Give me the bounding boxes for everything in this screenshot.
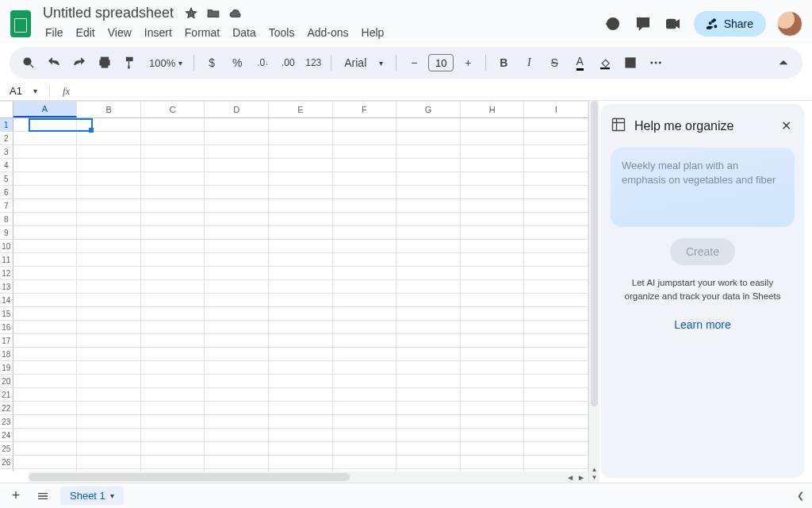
cell[interactable] [269, 145, 333, 159]
scroll-right-icon[interactable]: ► [577, 473, 585, 482]
cell[interactable] [461, 429, 525, 442]
cell[interactable] [269, 402, 333, 415]
row-header[interactable]: 3 [0, 145, 13, 159]
sheet-tab-active[interactable]: Sheet 1 ▾ [60, 487, 124, 505]
column-header[interactable]: D [205, 102, 269, 117]
cell[interactable] [141, 213, 205, 226]
cell[interactable] [269, 294, 333, 307]
cell[interactable] [77, 429, 141, 442]
cell[interactable] [333, 280, 397, 294]
cell[interactable] [141, 415, 205, 429]
cell[interactable] [396, 307, 461, 321]
cell[interactable] [77, 294, 141, 307]
cell[interactable] [396, 442, 461, 456]
row-header[interactable]: 21 [0, 388, 13, 402]
meet-icon[interactable] [664, 14, 683, 33]
cell[interactable] [205, 442, 269, 456]
cell[interactable] [396, 334, 461, 348]
cell[interactable] [141, 307, 205, 321]
cell[interactable] [269, 226, 333, 240]
row-header[interactable]: 6 [0, 186, 13, 199]
menu-edit[interactable]: Edit [71, 23, 101, 42]
cell[interactable] [269, 213, 333, 226]
cell[interactable] [524, 132, 588, 145]
cell[interactable] [524, 267, 588, 280]
cell[interactable] [205, 199, 269, 213]
cell[interactable] [141, 334, 205, 348]
cell[interactable] [461, 226, 525, 240]
row-header[interactable]: 2 [0, 132, 13, 145]
cell[interactable] [461, 280, 525, 294]
cell[interactable] [461, 253, 525, 267]
menu-tools[interactable]: Tools [263, 23, 301, 42]
cell[interactable] [333, 267, 397, 280]
cell[interactable] [396, 132, 461, 145]
cell[interactable] [396, 267, 461, 280]
cell[interactable] [205, 388, 269, 402]
column-header[interactable]: A [13, 102, 78, 117]
cell[interactable] [524, 334, 588, 348]
cell[interactable] [269, 172, 333, 186]
column-header[interactable]: F [333, 102, 397, 117]
cell[interactable] [396, 456, 461, 469]
ai-prompt-input[interactable]: Weekly meal plan with an emphasis on veg… [611, 148, 795, 227]
cell[interactable] [205, 213, 269, 226]
cell[interactable] [396, 415, 461, 429]
cell[interactable] [333, 199, 397, 213]
cell[interactable] [141, 348, 205, 361]
menu-insert[interactable]: Insert [139, 23, 178, 42]
cell[interactable] [269, 253, 333, 267]
cell[interactable] [77, 442, 141, 456]
learn-more-link[interactable]: Learn more [611, 318, 795, 331]
cell[interactable] [269, 118, 333, 132]
cell[interactable] [461, 361, 525, 375]
cell[interactable] [141, 388, 205, 402]
cell[interactable] [141, 280, 205, 294]
row-header[interactable]: 24 [0, 429, 13, 442]
horizontal-scrollbar[interactable] [29, 471, 563, 483]
column-header[interactable]: G [396, 102, 461, 117]
row-header[interactable]: 13 [0, 280, 13, 294]
cell[interactable] [524, 118, 588, 132]
column-header[interactable]: I [524, 102, 588, 117]
cell[interactable] [461, 321, 525, 334]
vertical-scrollbar[interactable]: ▲▼ [588, 101, 599, 483]
star-icon[interactable] [183, 6, 199, 21]
cell[interactable] [396, 294, 461, 307]
cell[interactable] [205, 361, 269, 375]
row-header[interactable]: 22 [0, 402, 13, 415]
cell[interactable] [205, 159, 269, 172]
cell[interactable] [13, 159, 78, 172]
row-header[interactable]: 26 [0, 456, 13, 469]
cell[interactable] [269, 240, 333, 253]
cell[interactable] [524, 402, 588, 415]
cell[interactable] [524, 253, 588, 267]
cell[interactable] [461, 388, 525, 402]
cell[interactable] [396, 186, 461, 199]
row-header[interactable]: 18 [0, 348, 13, 361]
cell[interactable] [396, 388, 461, 402]
cell[interactable] [13, 253, 78, 267]
cell[interactable] [524, 415, 588, 429]
cell[interactable] [396, 375, 461, 388]
cell[interactable] [77, 280, 141, 294]
cell[interactable] [13, 240, 78, 253]
cell[interactable] [524, 307, 588, 321]
cell[interactable] [13, 348, 78, 361]
row-header[interactable]: 25 [0, 442, 13, 456]
cell[interactable] [205, 280, 269, 294]
cell[interactable] [77, 226, 141, 240]
move-folder-icon[interactable] [205, 6, 221, 21]
cell[interactable] [396, 145, 461, 159]
cell[interactable] [77, 361, 141, 375]
cell[interactable] [524, 442, 588, 456]
search-menus-icon[interactable] [17, 52, 40, 74]
cell[interactable] [141, 240, 205, 253]
row-header[interactable]: 10 [0, 240, 13, 253]
name-box[interactable]: A1 ▾ [3, 85, 44, 97]
cell[interactable] [524, 172, 588, 186]
cell[interactable] [141, 321, 205, 334]
cell[interactable] [205, 186, 269, 199]
cell[interactable] [269, 348, 333, 361]
cell[interactable] [333, 294, 397, 307]
